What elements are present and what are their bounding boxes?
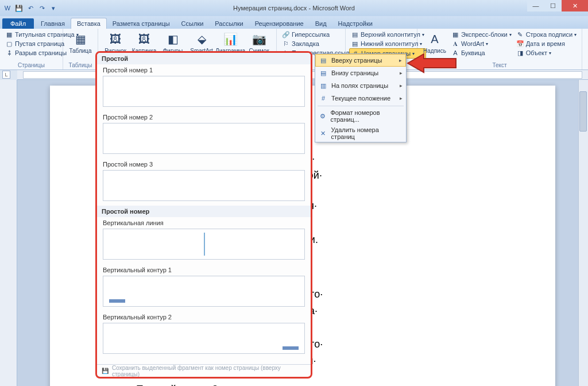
group-tables: ▦Таблица Таблицы (63, 29, 98, 70)
bookmark-icon: ⚐ (282, 40, 290, 48)
group-pages: ▦Титульная страница▾ ▢Пустая страница ⭻Р… (0, 29, 63, 70)
gallery-item-label: Вертикальный контур 1 (97, 264, 311, 275)
blocks-icon: ▦ (451, 30, 459, 38)
shapes-icon: ◧ (165, 31, 181, 47)
screenshot-icon: 📷 (251, 31, 267, 47)
format-icon: ⚙ (319, 111, 327, 121)
header-button[interactable]: ▤Верхний колонтитул▾ (349, 30, 426, 39)
break-icon: ⭻ (5, 49, 13, 57)
submenu-remove-numbers[interactable]: ✕Удалить номера страниц (315, 125, 406, 142)
separator (318, 106, 404, 106)
gallery-item-vertical-line[interactable] (103, 229, 305, 260)
chevron-right-icon: ▸ (400, 83, 403, 88)
save-icon: 💾 (102, 368, 109, 374)
group-label: Таблицы (67, 62, 94, 70)
file-tab[interactable]: Файл (2, 18, 34, 29)
table-button[interactable]: ▦Таблица (67, 30, 94, 55)
gallery-footer[interactable]: 💾Сохранить выделенный фрагмент как номер… (97, 364, 311, 377)
vertical-scrollbar[interactable] (578, 80, 588, 386)
submenu-page-margins[interactable]: ▥На полях страницы▸ (315, 79, 406, 92)
vertical-ruler[interactable] (0, 80, 17, 386)
page-icon: ▦ (5, 30, 13, 38)
gallery-item-vertical-outline-1[interactable] (103, 276, 305, 307)
word-icon[interactable]: W (2, 3, 13, 13)
object-icon: ◨ (516, 49, 524, 57)
tab-review[interactable]: Рецензирование (249, 18, 310, 29)
link-icon: 🔗 (282, 30, 290, 38)
picture-icon: 🖼 (107, 31, 123, 47)
tab-selector[interactable]: L (2, 71, 10, 79)
tab-insert[interactable]: Вставка (71, 18, 107, 29)
gallery-item-simple-2[interactable] (103, 123, 305, 154)
gallery-item-label: Простой номер 2 (97, 111, 311, 122)
gallery-section: Простой (97, 53, 311, 64)
dropcap-button[interactable]: AБуквица (450, 48, 513, 57)
delete-icon: ✕ (319, 129, 328, 138)
group-label: Символы (586, 62, 588, 70)
date-icon: 📅 (516, 40, 524, 48)
submenu-current-position[interactable]: #Текущее положение▸ (315, 92, 406, 105)
label: Разрыв страницы (15, 49, 67, 56)
scrollbar-thumb[interactable] (579, 91, 587, 132)
table-icon: ▦ (72, 31, 88, 47)
close-button[interactable]: ✕ (562, 0, 588, 11)
group-symbols: πФормула▾ ΩСимвол▾ Символы (582, 29, 588, 70)
tab-mailings[interactable]: Рассылки (209, 18, 249, 29)
tab-addins[interactable]: Надстройки (332, 18, 378, 29)
chart-icon: 📊 (222, 31, 238, 47)
tab-references[interactable]: Ссылки (176, 18, 210, 29)
window-title: Нумерация страниц.docx - Microsoft Word (233, 5, 355, 11)
ribbon-tabs: Файл Главная Вставка Разметка страницы С… (0, 16, 588, 29)
wordart-icon: 𝐀 (451, 40, 459, 48)
equation-button[interactable]: πФормула▾ (586, 30, 588, 39)
gallery-item-simple-1[interactable] (103, 76, 305, 107)
datetime-button[interactable]: 📅Дата и время (514, 39, 578, 48)
undo-icon[interactable]: ↶ (25, 3, 36, 13)
quickparts-button[interactable]: ▦Экспресс-блоки▾ (450, 30, 513, 39)
redo-icon[interactable]: ↷ (37, 3, 47, 13)
page-icon: ▢ (5, 40, 13, 48)
signature-icon: ✎ (516, 30, 524, 38)
smartart-icon: ⬙ (194, 31, 210, 47)
submenu-top-of-page[interactable]: ▤Вверху страницы▸ (315, 54, 406, 67)
annotation-arrow (407, 52, 458, 75)
quick-access-toolbar: W 💾 ↶ ↷ ▾ (2, 3, 59, 13)
tab-home[interactable]: Главная (35, 18, 71, 29)
submenu-format-numbers[interactable]: ⚙Формат номеров страниц... (315, 107, 406, 125)
gallery-item-label: Вертикальная линия (97, 217, 311, 227)
page-margin-icon: ▥ (319, 81, 328, 90)
gallery-item-vertical-outline-2[interactable] (103, 323, 305, 354)
gallery-item-simple-3[interactable] (103, 170, 305, 201)
object-button[interactable]: ◨Объект▾ (514, 48, 578, 57)
submenu-bottom-of-page[interactable]: ▤Внизу страницы▸ (315, 67, 406, 79)
gallery-item-label: Вертикальный контур 2 (97, 311, 311, 322)
cursor-icon: # (319, 94, 328, 103)
clipart-icon: 🖼 (136, 31, 152, 47)
signature-button[interactable]: ✎Строка подписи▾ (514, 30, 578, 39)
window-controls: — ☐ ✕ (527, 0, 588, 11)
page-number-gallery: Простой Простой номер 1 Простой номер 2 … (95, 51, 312, 379)
page-bottom-icon: ▤ (319, 68, 328, 78)
chevron-right-icon: ▸ (399, 57, 402, 63)
chevron-right-icon: ▸ (400, 95, 403, 101)
paragraph: Простой·номер·3·—·номер·без·форматирован… (119, 383, 515, 386)
gallery-section: Простой номер (97, 206, 311, 217)
group-label: Страницы (3, 62, 59, 70)
tab-page-layout[interactable]: Разметка страницы (107, 18, 176, 29)
title-bar: W 💾 ↶ ↷ ▾ Нумерация страниц.docx - Micro… (0, 0, 588, 16)
page-top-icon: ▤ (319, 56, 328, 65)
maximize-button[interactable]: ☐ (544, 0, 562, 11)
chevron-right-icon: ▸ (400, 70, 403, 76)
save-icon[interactable]: 💾 (14, 3, 24, 13)
tab-view[interactable]: Вид (310, 18, 332, 29)
gallery-item-label: Простой номер 1 (97, 64, 311, 75)
symbol-button[interactable]: ΩСимвол▾ (586, 39, 588, 48)
footer-icon: ▤ (351, 40, 359, 48)
footer-button[interactable]: ▤Нижний колонтитул▾ (349, 39, 426, 48)
textbox-icon: A (427, 31, 443, 47)
gallery-item-label: Простой номер 3 (97, 159, 311, 169)
wordart-button[interactable]: 𝐀WordArt▾ (450, 39, 513, 48)
svg-marker-0 (408, 54, 456, 72)
minimize-button[interactable]: — (527, 0, 544, 11)
qat-more-icon[interactable]: ▾ (48, 3, 59, 13)
